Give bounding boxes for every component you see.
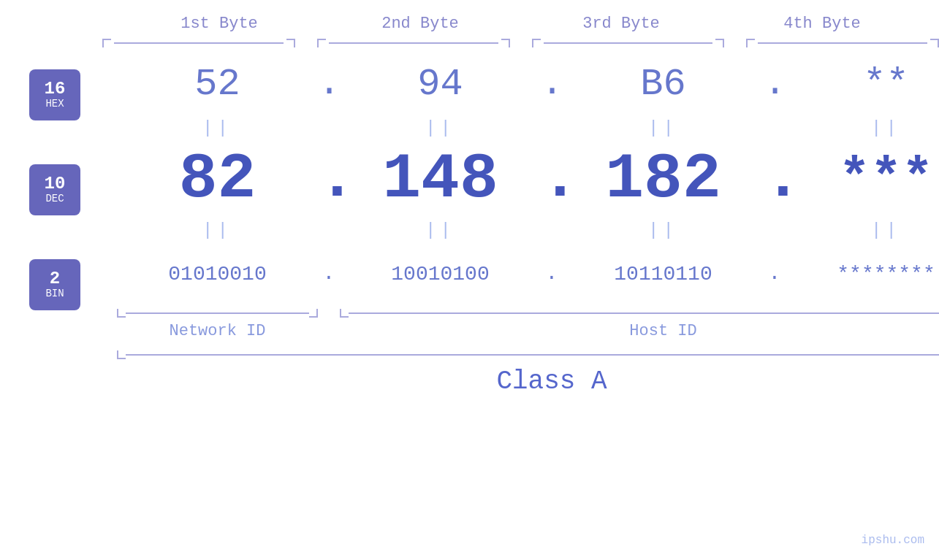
- badge-bin-label: BIN: [45, 288, 64, 300]
- network-id-bracket: [117, 309, 318, 318]
- class-label: Class A: [117, 367, 939, 396]
- hex-cell-2: 94: [340, 63, 541, 106]
- eq-2: ||: [340, 118, 541, 138]
- dec-value-4: ***: [839, 149, 934, 209]
- hex-value-4: **: [863, 63, 908, 106]
- outer-bracket-line: [126, 354, 939, 356]
- hex-cell-3: B6: [563, 63, 764, 106]
- main-container: 1st Byte 2nd Byte 3rd Byte 4th Byte: [0, 0, 939, 560]
- host-bracket-line: [349, 312, 939, 314]
- hex-dot-3: .: [764, 65, 786, 103]
- eq-4: ||: [786, 118, 939, 138]
- outer-bracket: [117, 350, 939, 359]
- bin-dot-1: .: [318, 264, 340, 284]
- bin-value-3: 10110110: [614, 263, 712, 285]
- badges-column: 16 HEX 10 DEC 2 BIN: [29, 55, 117, 396]
- badge-hex-number: 16: [45, 80, 66, 98]
- host-bracket-left: [340, 309, 349, 318]
- hex-cell-1: 52: [117, 63, 318, 106]
- dec-row: 82 . 148 . 182 . ***: [117, 142, 939, 215]
- bracket-line-3: [544, 42, 713, 44]
- hex-cell-4: **: [786, 63, 939, 106]
- eq-3: ||: [563, 118, 764, 138]
- badge-dec-number: 10: [45, 175, 66, 193]
- equals-row-1: || || || ||: [117, 113, 939, 142]
- dec-cell-3: 182: [563, 143, 764, 215]
- id-labels-row: Network ID Host ID: [117, 322, 939, 340]
- bracket-4: [746, 39, 939, 47]
- host-id-bracket: [340, 309, 939, 318]
- rows-wrapper: 52 . 94 . B6 . ** |: [117, 55, 939, 396]
- dec-value-1: 82: [179, 143, 256, 215]
- hex-dot-2: .: [541, 65, 563, 103]
- eq-6: ||: [340, 220, 541, 240]
- eq-7: ||: [563, 220, 764, 240]
- bracket-right-4: [930, 39, 939, 47]
- dec-cell-2: 148: [340, 143, 541, 215]
- byte-label-3: 3rd Byte: [521, 15, 722, 33]
- dec-dot-3: .: [764, 147, 786, 211]
- bin-cell-3: 10110110: [563, 263, 764, 285]
- dec-value-2: 148: [382, 143, 498, 215]
- top-brackets: [0, 39, 939, 47]
- bracket-line-2: [329, 42, 498, 44]
- bracket-right-3: [715, 39, 724, 47]
- bin-value-4: ********: [837, 263, 935, 285]
- bracket-left-1: [102, 39, 111, 47]
- dec-dot-2: .: [541, 147, 563, 211]
- bin-cell-4: ********: [786, 263, 939, 285]
- byte-label-2: 2nd Byte: [320, 15, 521, 33]
- bottom-brackets: [117, 309, 939, 318]
- bracket-line-4: [758, 42, 927, 44]
- hex-row: 52 . 94 . B6 . **: [117, 55, 939, 113]
- eq-5: ||: [117, 220, 318, 240]
- host-id-label: Host ID: [340, 322, 939, 340]
- badge-dec: 10 DEC: [29, 164, 80, 215]
- badge-bin: 2 BIN: [29, 259, 80, 310]
- watermark: ipshu.com: [862, 534, 924, 547]
- hex-value-3: B6: [640, 63, 685, 106]
- network-id-label: Network ID: [117, 322, 318, 340]
- equals-row-2: || || || ||: [117, 215, 939, 245]
- net-bracket-line: [126, 312, 309, 314]
- bracket-left-4: [746, 39, 755, 47]
- bin-row: 01010010 . 10010100 . 10110110 . *******…: [117, 245, 939, 303]
- bin-dot-3: .: [764, 264, 786, 284]
- dec-cell-1: 82: [117, 143, 318, 215]
- eq-1: ||: [117, 118, 318, 138]
- hex-value-1: 52: [194, 63, 240, 106]
- bin-value-2: 10010100: [391, 263, 489, 285]
- byte-labels-row: 1st Byte 2nd Byte 3rd Byte 4th Byte: [0, 15, 939, 33]
- dec-value-3: 182: [605, 143, 721, 215]
- bracket-line-1: [114, 42, 284, 44]
- badge-hex: 16 HEX: [29, 69, 80, 120]
- badge-dec-label: DEC: [45, 193, 64, 205]
- dec-dot-1: .: [318, 147, 340, 211]
- net-bracket-left: [117, 309, 126, 318]
- bin-value-1: 01010010: [168, 263, 266, 285]
- byte-label-4: 4th Byte: [722, 15, 923, 33]
- byte-label-1: 1st Byte: [119, 15, 320, 33]
- bin-dot-2: .: [541, 264, 563, 284]
- outer-bracket-left: [117, 350, 126, 359]
- bracket-right-2: [501, 39, 510, 47]
- net-bracket-right: [309, 309, 318, 318]
- bracket-right-1: [286, 39, 295, 47]
- dec-cell-4: ***: [786, 149, 939, 209]
- hex-value-2: 94: [417, 63, 463, 106]
- badge-hex-label: HEX: [45, 98, 64, 110]
- bracket-3: [532, 39, 725, 47]
- eq-8: ||: [786, 220, 939, 240]
- bracket-2: [317, 39, 510, 47]
- bracket-left-3: [532, 39, 541, 47]
- bin-cell-2: 10010100: [340, 263, 541, 285]
- bracket-left-2: [317, 39, 326, 47]
- bracket-1: [102, 39, 295, 47]
- bin-cell-1: 01010010: [117, 263, 318, 285]
- hex-dot-1: .: [318, 65, 340, 103]
- badge-bin-number: 2: [50, 270, 60, 288]
